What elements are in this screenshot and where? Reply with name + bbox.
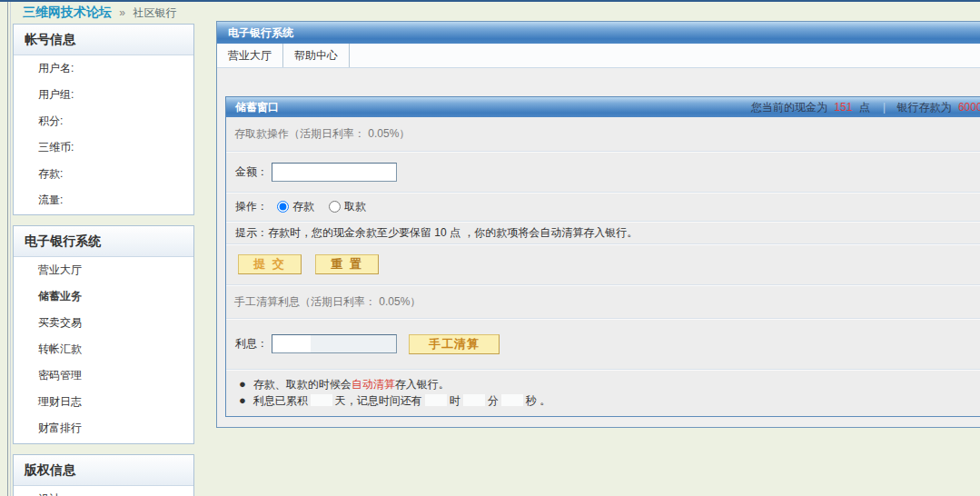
bank-box-title: 电子银行系统: [14, 226, 193, 257]
note-auto-settle: ●存款、取款的时候会自动清算存入银行。: [237, 376, 980, 392]
amount-label: 金额：: [235, 164, 268, 180]
interest-section-heading: 手工清算利息（活期日利率： 0.05%）: [226, 285, 980, 319]
sidebar-item-wealth-rank[interactable]: 财富排行: [14, 415, 193, 441]
tab-business-hall[interactable]: 营业大厅: [217, 44, 283, 67]
cash-value: 151: [834, 101, 852, 114]
note2-p5: 秒 。: [526, 394, 550, 407]
panel-title: 电子银行系统: [217, 22, 980, 44]
breadcrumb-current: 社区银行: [133, 6, 176, 19]
account-box-title: 帐号信息: [14, 25, 193, 55]
deposit-hint: 提示：存款时，您的现金余款至少要保留 10 点 ，你的款项将会自动清算存入银行。: [226, 222, 980, 244]
note2-p1: 利息已累积: [253, 394, 308, 407]
note-accrued-time: ●利息已累积天，记息时间还有时分秒 。: [237, 392, 980, 409]
reset-button[interactable]: 重 置: [315, 254, 379, 274]
savings-window: 储蓄窗口 您当前的现金为 151 点 | 银行存款为 6000 点 存取款操作（…: [225, 96, 980, 417]
sidebar-item-transfer[interactable]: 转帐汇款: [14, 336, 193, 362]
seconds-placeholder: [501, 394, 523, 406]
deposit-radio[interactable]: [277, 201, 289, 213]
note2-p3: 时: [450, 394, 460, 407]
interest-label: 利息：: [235, 336, 268, 352]
interest-input[interactable]: [272, 334, 397, 353]
sidebar-item-trade[interactable]: 买卖交易: [14, 310, 193, 336]
note2-p2: 天，记息时间还有: [335, 394, 422, 407]
cash-unit: 点: [859, 101, 870, 114]
copyright-box-title: 版权信息: [14, 455, 193, 486]
amount-input[interactable]: [272, 163, 397, 182]
savings-title: 储蓄窗口: [235, 97, 279, 117]
balance-status: 您当前的现金为 151 点 | 银行存款为 6000 点: [751, 97, 980, 117]
savings-header: 储蓄窗口 您当前的现金为 151 点 | 银行存款为 6000 点: [226, 97, 980, 117]
minutes-placeholder: [463, 394, 485, 406]
account-item-traffic: 流量:: [14, 187, 193, 213]
withdraw-radio-label[interactable]: 取款: [344, 199, 366, 214]
account-item-username: 用户名:: [14, 55, 193, 82]
page-edge-divider: [7, 2, 11, 496]
top-border: [0, 0, 980, 2]
account-item-credits: 积分:: [14, 108, 193, 134]
deposit-section-heading: 存取款操作（活期日利率： 0.05%）: [226, 117, 980, 152]
breadcrumb: 三维网技术论坛 » 社区银行: [23, 5, 176, 21]
sidebar-account-box: 帐号信息 用户名: 用户组: 积分: 三维币: 存款: 流量:: [13, 24, 194, 215]
bullet-icon: ●: [239, 393, 246, 407]
bullet-icon: ●: [239, 377, 246, 391]
account-item-usergroup: 用户组:: [14, 82, 193, 108]
account-item-coins: 三维币:: [14, 134, 193, 161]
withdraw-radio[interactable]: [329, 201, 341, 213]
breadcrumb-separator: »: [119, 6, 125, 19]
tab-bar: 营业大厅 帮助中心: [217, 44, 980, 68]
operation-label: 操作：: [235, 199, 268, 214]
breadcrumb-forum-link[interactable]: 三维网技术论坛: [23, 5, 112, 19]
cash-label: 您当前的现金为: [751, 101, 827, 114]
note1-highlight: 自动清算: [351, 378, 395, 391]
note1-post: 存入银行。: [395, 378, 450, 391]
manual-settle-button[interactable]: 手工清算: [409, 334, 500, 354]
interest-row: 利息： 手工清算: [226, 319, 980, 370]
sidebar-item-savings[interactable]: 储蓄业务: [14, 283, 193, 310]
buttons-row: 提 交 重 置: [226, 244, 980, 285]
hours-placeholder: [425, 394, 447, 406]
operation-row: 操作： 存款 取款: [226, 193, 980, 222]
copyright-item-partial: 设计：: [14, 486, 193, 496]
sidebar-item-password[interactable]: 密码管理: [14, 362, 193, 389]
accrued-days-placeholder: [311, 394, 332, 406]
notes-list: ●存款、取款的时候会自动清算存入银行。 ●利息已累积天，记息时间还有时分秒 。: [226, 370, 980, 409]
sidebar-item-finance-log[interactable]: 理财日志: [14, 389, 193, 415]
note2-p4: 分: [488, 394, 499, 407]
status-divider: |: [883, 101, 886, 114]
note1-pre: 存款、取款的时候会: [253, 378, 351, 391]
account-item-deposit: 存款:: [14, 161, 193, 187]
sidebar-item-hall[interactable]: 营业大厅: [14, 257, 193, 283]
deposit-label: 银行存款为: [897, 101, 952, 114]
main-panel: 电子银行系统 营业大厅 帮助中心 储蓄窗口 您当前的现金为 151 点 | 银行…: [216, 21, 980, 428]
amount-row: 金额：: [226, 152, 980, 193]
tab-help-center[interactable]: 帮助中心: [283, 44, 350, 67]
submit-button[interactable]: 提 交: [238, 254, 302, 274]
sidebar-bank-box: 电子银行系统 营业大厅 储蓄业务 买卖交易 转帐汇款 密码管理 理财日志 财富排…: [13, 225, 194, 444]
deposit-value: 6000: [958, 101, 980, 114]
deposit-radio-label[interactable]: 存款: [292, 199, 314, 214]
sidebar-copyright-box: 版权信息 设计：: [13, 454, 194, 496]
